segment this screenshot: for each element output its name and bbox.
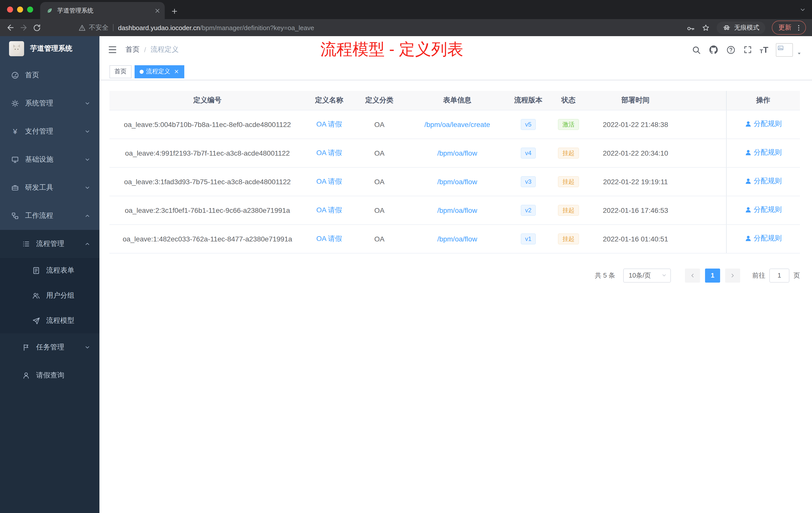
sidebar-filler — [0, 390, 99, 513]
tag-current[interactable]: 流程定义 — [135, 65, 184, 78]
form-link[interactable]: /bpm/oa/flow — [437, 149, 477, 157]
version-badge: v1 — [521, 233, 536, 244]
chevron-down-icon — [84, 344, 90, 350]
back-icon — [6, 23, 15, 32]
sidebar-item-label: 系统管理 — [25, 99, 53, 108]
page-size-select[interactable]: 10条/页 — [623, 268, 671, 282]
assign-rule-link[interactable]: 分配规则 — [745, 234, 782, 243]
status-badge: 挂起 — [558, 233, 579, 244]
avatar[interactable] — [776, 43, 793, 57]
sidebar-item-home[interactable]: 首页 — [0, 61, 99, 89]
window-controls — [7, 6, 33, 12]
hamburger-icon[interactable] — [108, 45, 117, 55]
table-row: oa_leave:5:004b710b-7b8a-11ec-8ef0-acde4… — [110, 110, 800, 139]
update-chip[interactable]: 更新 — [772, 21, 806, 35]
tag-label: 首页 — [115, 67, 126, 76]
form-link[interactable]: /bpm/oa/leave/create — [424, 120, 490, 128]
definitions-table: 定义编号 定义名称 定义分类 表单信息 流程版本 状态 部署时间 操作 — [110, 91, 800, 253]
assign-rule-link[interactable]: 分配规则 — [745, 148, 782, 157]
table-body: oa_leave:5:004b710b-7b8a-11ec-8ef0-acde4… — [110, 110, 800, 253]
app: 芋道管理系统 首页 系统管理 ¥ 支付管理 基础设施 — [0, 36, 812, 513]
goto-page-input[interactable] — [769, 268, 789, 282]
tag-active-dot — [140, 69, 144, 73]
fullscreen-icon[interactable] — [743, 45, 752, 54]
user-icon — [745, 178, 752, 185]
definition-name-link[interactable]: OA 请假 — [316, 206, 342, 214]
col-header-actions: 操作 — [726, 91, 800, 110]
update-label: 更新 — [778, 23, 791, 32]
sidebar: 芋道管理系统 首页 系统管理 ¥ 支付管理 基础设施 — [0, 36, 99, 513]
new-tab-button[interactable] — [171, 7, 178, 15]
list-icon — [22, 240, 30, 248]
definition-name-link[interactable]: OA 请假 — [316, 177, 342, 185]
col-header-version: 流程版本 — [509, 91, 548, 110]
page-size-value: 10条/页 — [629, 271, 651, 280]
form-link[interactable]: /bpm/oa/flow — [437, 177, 477, 185]
back-button[interactable] — [4, 21, 17, 34]
col-header-category: 定义分类 — [353, 91, 406, 110]
definition-id: oa_leave:5:004b710b-7b8a-11ec-8ef0-acde4… — [124, 120, 291, 128]
browser-menu-icon[interactable] — [795, 24, 803, 31]
definition-category: OA — [374, 206, 384, 214]
assign-rule-link[interactable]: 分配规则 — [745, 119, 782, 128]
definition-name-link[interactable]: OA 请假 — [316, 148, 342, 156]
sidebar-item-infra[interactable]: 基础设施 — [0, 146, 99, 174]
assign-rule-link[interactable]: 分配规则 — [745, 205, 782, 214]
tab-close-icon[interactable] — [154, 7, 161, 14]
version-badge: v2 — [521, 205, 536, 216]
assign-rule-label: 分配规则 — [754, 148, 782, 157]
user-icon — [745, 120, 752, 127]
monitor-icon — [11, 156, 19, 163]
search-icon[interactable] — [692, 45, 701, 55]
sidebar-item-user-group[interactable]: 用户分组 — [0, 283, 99, 308]
sidebar-item-label: 研发工具 — [25, 183, 53, 192]
window-minimize-button[interactable] — [17, 6, 23, 12]
tab-search-chevron-icon[interactable] — [800, 6, 806, 13]
browser-tab[interactable]: 芋道管理系统 — [40, 2, 165, 19]
window-zoom-button[interactable] — [27, 6, 33, 12]
dashboard-icon — [11, 71, 19, 79]
definition-name-link[interactable]: OA 请假 — [316, 234, 342, 242]
chevron-up-icon — [84, 213, 90, 219]
chevron-down-icon — [84, 128, 90, 134]
bookmark-star-icon[interactable] — [701, 23, 710, 32]
form-link[interactable]: /bpm/oa/flow — [437, 206, 477, 214]
sidebar-item-workflow[interactable]: 工作流程 — [0, 202, 99, 230]
question-icon[interactable] — [726, 45, 736, 55]
page-number-button[interactable]: 1 — [705, 268, 720, 282]
security-chip[interactable]: 不安全 — [78, 23, 109, 32]
col-header-id: 定义编号 — [110, 91, 305, 110]
assign-rule-label: 分配规则 — [754, 177, 782, 186]
forward-button[interactable] — [17, 21, 30, 34]
form-link[interactable]: /bpm/oa/flow — [437, 235, 477, 243]
sidebar-item-system[interactable]: 系统管理 — [0, 89, 99, 117]
deploy-time: 2022-01-22 20:34:10 — [603, 149, 668, 157]
github-icon[interactable] — [708, 45, 719, 55]
font-size-icon[interactable]: TT — [760, 46, 768, 54]
definition-category: OA — [374, 235, 384, 243]
sidebar-item-process-model[interactable]: 流程模型 — [0, 308, 99, 333]
caret-down-icon[interactable] — [796, 51, 802, 56]
sidebar-item-process-form[interactable]: 流程表单 — [0, 258, 99, 283]
reload-button[interactable] — [30, 21, 43, 34]
sidebar-item-devtools[interactable]: 研发工具 — [0, 174, 99, 202]
window-close-button[interactable] — [7, 6, 13, 12]
prev-page-button[interactable] — [685, 268, 700, 282]
url-divider — [113, 24, 114, 31]
tag-close-icon[interactable] — [174, 69, 179, 74]
key-icon[interactable] — [687, 23, 695, 32]
chevron-left-icon — [690, 272, 696, 278]
next-page-button[interactable] — [725, 268, 740, 282]
sidebar-item-payment[interactable]: ¥ 支付管理 — [0, 117, 99, 146]
sidebar-item-task-mgmt[interactable]: 任务管理 — [0, 333, 99, 361]
page-annotation: 流程模型 - 定义列表 — [320, 39, 463, 61]
address-bar[interactable]: 不安全 dashboard.yudao.iocoder.cn/bpm/manag… — [78, 23, 680, 32]
definition-name-link[interactable]: OA 请假 — [316, 120, 342, 128]
tag-home[interactable]: 首页 — [110, 65, 132, 78]
assign-rule-link[interactable]: 分配规则 — [745, 177, 782, 186]
sidebar-logo[interactable]: 芋道管理系统 — [0, 36, 99, 61]
sidebar-item-process-mgmt[interactable]: 流程管理 — [0, 230, 99, 258]
breadcrumb-home[interactable]: 首页 — [125, 45, 140, 54]
incognito-badge: 无痕模式 — [717, 21, 765, 34]
sidebar-item-leave-query[interactable]: 请假查询 — [0, 361, 99, 390]
